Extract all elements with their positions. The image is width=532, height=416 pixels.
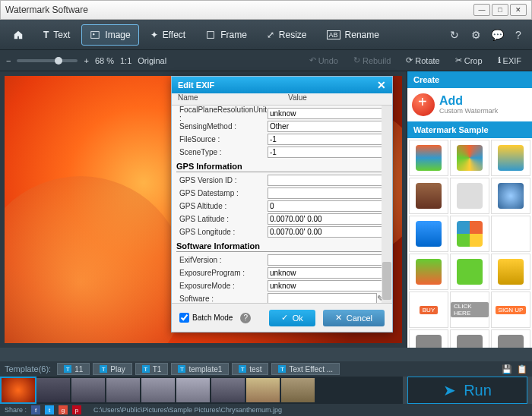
- gplus-icon[interactable]: g: [59, 405, 68, 414]
- image-button[interactable]: Image: [81, 24, 138, 46]
- sample-pie-flat[interactable]: [450, 140, 489, 176]
- sample-tag-blue[interactable]: [409, 216, 448, 252]
- sample-signup[interactable]: SIGN UP: [491, 292, 530, 328]
- batch-mode-checkbox[interactable]: Batch Mode: [179, 313, 233, 323]
- thumbnail[interactable]: [36, 378, 70, 402]
- share-label: Share :: [5, 406, 27, 414]
- exif-value-input[interactable]: [268, 254, 388, 266]
- resize-button[interactable]: ⤢Resize: [258, 24, 315, 46]
- sample-coin-stack[interactable]: [491, 254, 530, 290]
- zoom-out-button[interactable]: −: [6, 56, 11, 65]
- template-manage-button[interactable]: 📋: [517, 364, 527, 374]
- sample-recycle[interactable]: [450, 329, 489, 348]
- sample-camera[interactable]: [409, 329, 448, 348]
- sample-pie-quarter[interactable]: [450, 216, 489, 252]
- exif-value-input[interactable]: [268, 280, 388, 292]
- sample-header: Watermark Sample: [407, 121, 532, 138]
- sample-globe[interactable]: [491, 178, 530, 214]
- template-chip[interactable]: Ttemplate1: [171, 363, 229, 375]
- feedback-button[interactable]: 💬: [488, 26, 506, 44]
- exif-value-input[interactable]: [268, 188, 388, 199]
- undo-button[interactable]: ↶ Undo: [305, 55, 343, 65]
- dialog-titlebar[interactable]: Edit EXIF ✕: [172, 77, 392, 93]
- exif-value-input[interactable]: [268, 293, 377, 303]
- exif-label: ExposureProgram :: [176, 269, 268, 277]
- sample-tags[interactable]: [491, 140, 530, 176]
- help-icon[interactable]: ?: [240, 313, 251, 323]
- thumbnail[interactable]: [211, 378, 245, 402]
- exif-label: SceneType :: [176, 148, 268, 156]
- sample-buy[interactable]: BUY: [409, 292, 448, 328]
- rename-button[interactable]: ABRename: [318, 24, 388, 46]
- settings-button[interactable]: ⚙: [467, 26, 485, 44]
- help-button[interactable]: ?: [509, 26, 527, 44]
- exif-row: FocalPlaneResolutionUnit :: [176, 107, 388, 120]
- exif-value-input[interactable]: [268, 226, 388, 238]
- exif-value-input[interactable]: [268, 108, 388, 119]
- rotate-button[interactable]: ⟳ Rotate: [401, 55, 444, 65]
- exif-value-input[interactable]: [268, 175, 388, 186]
- scrollbar-thumb[interactable]: [382, 262, 391, 300]
- thumbnail[interactable]: [176, 378, 210, 402]
- thumbnail[interactable]: [2, 378, 35, 402]
- text-icon: T: [43, 30, 49, 40]
- exif-value-input[interactable]: [268, 134, 388, 145]
- template-chip[interactable]: TText Effect ...: [271, 363, 340, 375]
- maximize-button[interactable]: □: [492, 4, 508, 16]
- run-icon: ➤: [443, 381, 456, 399]
- exif-value-input[interactable]: [268, 213, 388, 225]
- sample-pie-3d[interactable]: [409, 140, 448, 176]
- template-save-button[interactable]: 💾: [502, 364, 512, 374]
- run-button[interactable]: ➤ Run: [407, 377, 527, 404]
- sample-envelope[interactable]: [491, 216, 530, 252]
- cancel-button[interactable]: ✕ Cancel: [323, 310, 385, 326]
- frame-button[interactable]: Frame: [197, 24, 255, 46]
- dialog-close-button[interactable]: ✕: [377, 79, 386, 91]
- thumbnail[interactable]: [141, 378, 175, 402]
- close-button[interactable]: ✕: [510, 4, 527, 16]
- exif-value-input[interactable]: [268, 147, 388, 158]
- exif-value-input[interactable]: [268, 267, 388, 279]
- sample-tag-green[interactable]: [409, 254, 448, 290]
- zoom-original[interactable]: Original: [138, 56, 166, 65]
- sample-click[interactable]: CLICK HERE: [450, 292, 489, 328]
- sample-servers[interactable]: [409, 178, 448, 214]
- exif-value-input[interactable]: [268, 121, 388, 132]
- facebook-icon[interactable]: f: [31, 405, 40, 414]
- exif-button[interactable]: ℹ EXIF: [493, 55, 526, 65]
- template-chip[interactable]: T11: [57, 363, 90, 375]
- rebuild-button[interactable]: ↻ Rebuild: [349, 55, 395, 65]
- status-bar: Share : f t g p C:\Users\Public\Pictures…: [0, 404, 532, 416]
- ok-button[interactable]: ✓ Ok: [269, 310, 315, 326]
- template-chip[interactable]: TPlay: [93, 363, 131, 375]
- thumbnail[interactable]: [246, 378, 280, 402]
- home-button[interactable]: [5, 24, 32, 46]
- add-icon: [412, 93, 435, 116]
- sample-cart[interactable]: [450, 178, 489, 214]
- zoom-ratio[interactable]: 1:1: [120, 56, 131, 65]
- crop-button[interactable]: ✂ Crop: [451, 55, 487, 65]
- help-icon: ?: [515, 29, 521, 41]
- zoom-in-button[interactable]: +: [84, 56, 88, 65]
- thumbnail[interactable]: [281, 378, 315, 402]
- sample-grid: BUYCLICK HERESIGN UP: [407, 138, 532, 348]
- twitter-icon[interactable]: t: [45, 405, 54, 414]
- pinterest-icon[interactable]: p: [72, 405, 81, 414]
- zoom-thumb[interactable]: [55, 57, 62, 65]
- template-chip[interactable]: Ttest: [232, 363, 268, 375]
- exif-label: ExposureMode :: [176, 282, 268, 290]
- exif-label: GPS Altitude :: [176, 202, 268, 210]
- zoom-slider[interactable]: [17, 59, 78, 62]
- sample-roll[interactable]: [491, 329, 530, 348]
- template-chip[interactable]: TT1: [135, 363, 169, 375]
- sample-basket[interactable]: [450, 254, 489, 290]
- add-watermark-button[interactable]: AddCustom Watermark: [407, 88, 532, 121]
- thumbnail[interactable]: [106, 378, 140, 402]
- minimize-button[interactable]: —: [473, 4, 490, 16]
- text-button[interactable]: TText: [35, 24, 78, 46]
- thumbnail[interactable]: [71, 378, 105, 402]
- dialog-scrollbar[interactable]: [382, 106, 392, 303]
- refresh-button[interactable]: ↻: [445, 26, 464, 44]
- exif-value-input[interactable]: [268, 200, 388, 212]
- effect-button[interactable]: ✦Effect: [142, 24, 194, 46]
